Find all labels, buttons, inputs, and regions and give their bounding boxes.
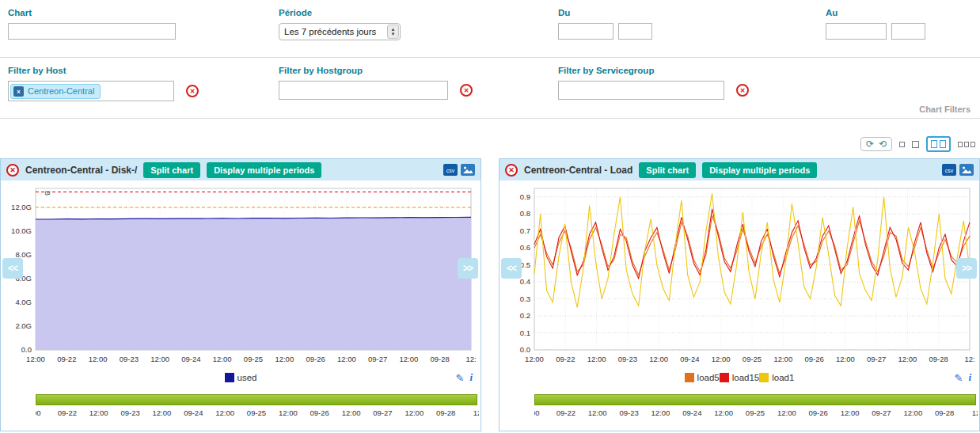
svg-text:0.9: 0.9 [520,192,530,201]
timeline-tick-label: 09-22 [58,408,77,417]
chart-panel-header: ✕ Centreon-Central - Disk-/ Split chart … [1,159,481,180]
export-csv-icon[interactable]: csv [443,164,458,176]
edit-chart-icon[interactable]: ✎ [455,372,464,384]
chart-panel-disk: ✕ Centreon-Central - Disk-/ Split chart … [0,158,481,431]
au-date-input[interactable] [826,23,887,40]
host-chip: x Centreon-Central [10,84,101,99]
layout-two-columns-icon[interactable] [926,136,951,152]
display-multiple-periods-button[interactable]: Display multiple periods [702,162,817,178]
du-time-input[interactable] [618,23,652,40]
svg-text:12:00: 12:00 [649,355,668,363]
pause-icon[interactable] [899,142,905,147]
svg-text:09-28: 09-28 [431,355,450,363]
auto-refresh-icon[interactable]: ⟲ [879,139,887,150]
hostgroup-filter-field: Filter by Hostgroup ✕ [279,66,473,100]
timeline-tick-label: 09-24 [682,408,701,417]
status-timeline-bar[interactable] [534,394,976,405]
status-timeline-labels: :0009-2212:0009-2312:0009-2412:0009-2512… [36,408,479,419]
svg-text:0.1: 0.1 [520,329,530,337]
timeline-tick-label: 12:00 [215,408,234,417]
status-timeline-bar[interactable] [36,394,477,405]
timeline-tick-label: :00 [534,408,540,417]
timeline-tick-label: 12:00 [279,408,298,417]
svg-text:09-22: 09-22 [57,355,76,363]
hostgroup-filter-input[interactable] [279,81,448,100]
du-date-input[interactable] [558,23,613,40]
svg-text:0.7: 0.7 [520,226,530,235]
split-chart-button[interactable]: Split chart [639,162,696,178]
chart-info-icon[interactable]: i [469,371,473,384]
svg-text:09-23: 09-23 [618,355,637,363]
svg-text:12:00: 12:00 [712,355,731,363]
svg-text:csv: csv [945,168,954,173]
remove-host-chip-icon[interactable]: x [13,86,24,97]
svg-text:12:00: 12:00 [773,355,792,363]
host-chip-label: Centreon-Central [28,86,94,96]
du-field: Du [558,8,652,40]
svg-text:12:00: 12:00 [26,355,45,363]
layout-one-column-icon[interactable] [912,141,919,148]
clear-servicegroup-filter-icon[interactable]: ✕ [736,84,749,97]
filter-row-top: Chart Période Les 7 précédents jours ▲▼ … [0,0,980,58]
export-image-icon[interactable] [461,164,475,176]
scroll-period-forward-button[interactable]: >> [458,258,478,279]
au-time-input[interactable] [891,23,925,40]
export-csv-icon[interactable]: csv [942,164,956,176]
servicegroup-filter-input[interactable] [558,81,724,100]
scroll-period-back-button[interactable]: << [2,258,23,279]
chart-filter-input[interactable] [8,23,176,40]
load-chart[interactable]: 0.00.10.20.30.40.50.60.70.80.912:0009-22… [499,180,978,369]
svg-text:09-25: 09-25 [743,355,762,363]
periode-select[interactable]: Les 7 précédents jours [279,23,401,40]
export-image-icon[interactable] [959,164,974,176]
timeline-tick-label: 12:00 [153,408,172,417]
edit-chart-icon[interactable]: ✎ [954,372,963,384]
servicegroup-filter-field: Filter by Servicegroup ✕ [558,66,749,100]
svg-text:0.4: 0.4 [520,277,530,286]
svg-text:09-22: 09-22 [556,355,575,363]
svg-text:2.0G: 2.0G [15,321,32,330]
chart-title: Centreon-Central - Load [524,165,632,176]
host-filter-input[interactable]: x Centreon-Central [8,81,174,101]
mid-band: ⟳ ⟲ [0,119,980,158]
scroll-period-forward-button[interactable]: >> [956,258,977,279]
svg-text:09-26: 09-26 [306,355,325,363]
refresh-icon[interactable]: ⟳ [866,139,874,150]
clear-hostgroup-filter-icon[interactable]: ✕ [460,84,473,97]
svg-text:09-27: 09-27 [368,355,387,363]
chart-filter-label: Chart [8,8,176,17]
svg-text:0.3: 0.3 [520,294,530,303]
status-timeline-labels: :0009-2212:0009-2312:0009-2412:0009-2512… [534,408,978,419]
svg-text:0.6: 0.6 [520,243,530,252]
svg-text:12:00: 12:00 [836,355,855,363]
scroll-period-back-button[interactable]: << [501,258,522,279]
chart-legend: load5load15load1 [685,373,795,384]
chart-filter-field: Chart [8,8,176,40]
svg-text:csv: csv [446,168,455,173]
legend-item: load1 [759,373,794,382]
timeline-tick-label: 12 [473,408,479,417]
split-chart-button[interactable]: Split chart [143,162,200,178]
close-chart-icon[interactable]: ✕ [505,164,518,177]
chart-legend-row: load5load15load1 ✎ i [499,369,979,388]
svg-text:0.0: 0.0 [520,345,530,354]
timeline-tick-label: 12 [972,408,978,417]
timeline-tick-label: 12:00 [89,408,108,417]
clear-host-filter-icon[interactable]: ✕ [186,85,199,97]
timeline-tick-label: 12:00 [651,408,670,417]
disk-usage-chart[interactable]: 0.02.0G4.0G6.0G8.0G10.0G12.0G12:0009-221… [1,180,479,369]
view-toolbar: ⟳ ⟲ [860,136,975,152]
close-chart-icon[interactable]: ✕ [6,164,19,177]
svg-text:12:00: 12:00 [275,355,294,363]
chart-legend-row: used ✎ i [1,369,481,388]
timeline-tick-label: :00 [36,408,41,417]
timeline-tick-label: 09-27 [373,408,392,417]
layout-three-columns-icon[interactable] [958,142,975,147]
svg-text:0.8: 0.8 [520,209,530,218]
svg-text:12:00: 12:00 [89,355,108,363]
display-multiple-periods-button[interactable]: Display multiple periods [207,162,321,178]
svg-text:12:: 12: [465,355,476,363]
chart-info-icon[interactable]: i [968,371,971,384]
svg-text:10.0G: 10.0G [11,226,32,235]
svg-text:12:00: 12:00 [150,355,169,363]
